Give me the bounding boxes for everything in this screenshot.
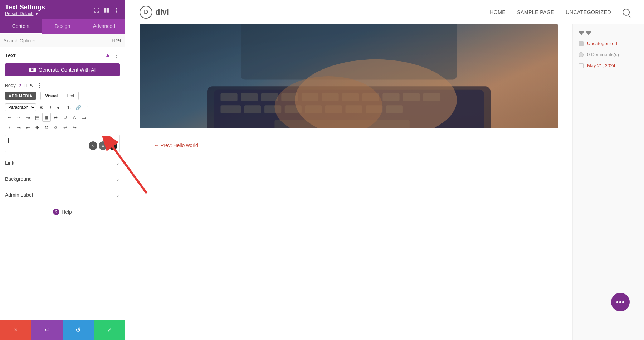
text-section-title: Text	[5, 52, 16, 58]
visual-tab[interactable]: Visual	[41, 92, 62, 100]
sort-down2-icon[interactable]	[586, 31, 591, 35]
panel-preset: Preset: Default ▼	[5, 11, 45, 16]
ordered-list-button[interactable]: 1.	[65, 103, 73, 112]
ai-inline-icon[interactable]: AI	[89, 141, 97, 150]
sort-arrows	[579, 31, 638, 35]
body-more-icon[interactable]: ⋮	[36, 82, 42, 89]
underline-button[interactable]: U	[61, 113, 69, 122]
undo-editor-button[interactable]: ↩	[61, 123, 69, 132]
nav-uncategorized[interactable]: UNCATEGORIZED	[566, 9, 611, 15]
visual-text-tabs: Visual Text	[40, 92, 79, 100]
site-logo: D divi	[140, 6, 169, 19]
fullscreen-icon[interactable]	[93, 7, 100, 13]
save-button[interactable]: ✓	[94, 320, 126, 340]
main-content: ← Prev: Hello world!	[125, 24, 572, 340]
cursor-icon[interactable]: ↖	[30, 83, 34, 88]
nav-sample-page[interactable]: SAMPLE PAGE	[517, 9, 554, 15]
toolbar-row-2: ⇤ ↔ ⇥ ▤ ▦ S U A ▭	[0, 112, 125, 122]
panel-header-left: Text Settings Preset: Default ▼	[5, 4, 45, 16]
help-circle-icon: ?	[53, 209, 59, 215]
svg-point-1	[116, 9, 117, 10]
align-left-button[interactable]: ⇤	[5, 113, 14, 122]
align-right-button[interactable]: ⇥	[24, 113, 32, 122]
panel-header: Text Settings Preset: Default ▼	[0, 0, 125, 19]
sidebar-right: Uncategorized 0 Comments(s) May 21, 2024	[572, 24, 644, 340]
category-value[interactable]: Uncategorized	[587, 41, 617, 46]
prev-link[interactable]: ← Prev: Hello world!	[140, 135, 558, 152]
add-media-button[interactable]: ADD MEDIA	[5, 92, 36, 100]
unordered-list-button[interactable]: ●⎯	[55, 103, 64, 112]
search-icon[interactable]	[623, 9, 630, 16]
ai-generate-button[interactable]: AI Generate Content With AI	[5, 63, 120, 76]
justify-button[interactable]: ▤	[33, 113, 42, 122]
indent-button[interactable]: ⇥	[14, 123, 23, 132]
emoji-button[interactable]: ☺	[52, 123, 60, 132]
text-tab[interactable]: Text	[62, 92, 78, 100]
help-row[interactable]: ? Help	[0, 203, 125, 221]
tab-advanced[interactable]: Advanced	[83, 19, 125, 34]
text-color-button[interactable]: A	[70, 113, 79, 122]
outdent-button[interactable]: ⇤	[24, 123, 32, 132]
toolbar-row-1: Paragraph B I ●⎯ 1. 🔗 “	[0, 102, 125, 112]
italic2-button[interactable]: i	[5, 123, 14, 132]
date-value: May 21, 2024	[587, 63, 615, 68]
toolbar-row-3: i ⇥ ⇤ ✥ Ω ☺ ↩ ↪	[0, 122, 125, 132]
svg-point-0	[116, 8, 117, 9]
ai-badge: AI	[29, 68, 36, 72]
bold-button[interactable]: B	[37, 103, 45, 112]
italic-button[interactable]: I	[46, 103, 55, 112]
special-chars-button[interactable]: Ω	[42, 123, 51, 132]
content-area: ← Prev: Hello world! Uncategorized 0 Com…	[125, 24, 644, 340]
svg-rect-10	[261, 93, 278, 101]
table-button[interactable]: ▦	[42, 113, 51, 122]
sort-down-icon[interactable]	[579, 31, 584, 35]
bottom-bar: × ↩ ↺ ✓	[0, 320, 125, 340]
settings-panel: Text Settings Preset: Default ▼ Content …	[0, 0, 125, 340]
logo-text: divi	[155, 8, 169, 17]
text-section-collapse[interactable]: ▲	[105, 52, 111, 58]
cancel-button[interactable]: ×	[0, 320, 31, 340]
copy-icon[interactable]: □	[24, 83, 27, 88]
top-nav: D divi HOME SAMPLE PAGE UNCATEGORIZED	[125, 0, 644, 24]
background-section-header[interactable]: Background ⌄	[0, 171, 125, 187]
svg-rect-19	[220, 105, 241, 113]
redo-button[interactable]: ↺	[63, 320, 94, 340]
date-item: May 21, 2024	[579, 63, 638, 68]
tab-design[interactable]: Design	[42, 19, 83, 34]
link-section-label: Link	[5, 160, 14, 166]
svg-point-2	[116, 11, 117, 12]
hero-image	[140, 24, 558, 128]
blockquote-button[interactable]: “	[83, 103, 92, 112]
floating-action-button[interactable]: •••	[611, 293, 630, 311]
more-vertical-icon[interactable]	[113, 7, 120, 13]
search-input[interactable]	[4, 38, 108, 43]
redo-editor-button[interactable]: ↪	[70, 123, 79, 132]
admin-label-section-header[interactable]: Admin Label ⌄	[0, 187, 125, 203]
svg-rect-9	[241, 93, 258, 101]
body-label: Body	[5, 83, 16, 88]
panel-header-icons	[93, 7, 120, 13]
link-button[interactable]: 🔗	[74, 103, 83, 112]
paragraph-select[interactable]: Paragraph	[5, 103, 36, 111]
help-icon[interactable]: ?	[19, 83, 21, 88]
nav-links: HOME SAMPLE PAGE UNCATEGORIZED	[490, 9, 630, 16]
text-section-more[interactable]: ⋮	[113, 51, 120, 59]
panel-search: + Filter	[0, 34, 125, 47]
columns-icon[interactable]	[103, 7, 110, 13]
swap-icon[interactable]: ⇄	[109, 141, 117, 150]
filter-button[interactable]: + Filter	[108, 38, 121, 43]
lines-icon[interactable]: ≡	[99, 141, 107, 150]
nav-home[interactable]: HOME	[490, 9, 506, 15]
help-label: Help	[62, 209, 72, 215]
fullscreen-editor-button[interactable]: ✥	[33, 123, 42, 132]
text-cursor	[8, 138, 9, 143]
align-center-button[interactable]: ↔	[14, 113, 23, 122]
paste-text-button[interactable]: ▭	[79, 113, 88, 122]
text-editor-area[interactable]: AI ≡ ⇄	[5, 135, 120, 152]
undo-button[interactable]: ↩	[31, 320, 63, 340]
tab-content[interactable]: Content	[0, 19, 42, 34]
strikethrough-button[interactable]: S	[52, 113, 60, 122]
body-row: Body ? □ ↖ ⋮	[0, 81, 125, 92]
link-section-header[interactable]: Link ⌄	[0, 155, 125, 171]
background-section-label: Background	[5, 176, 32, 182]
